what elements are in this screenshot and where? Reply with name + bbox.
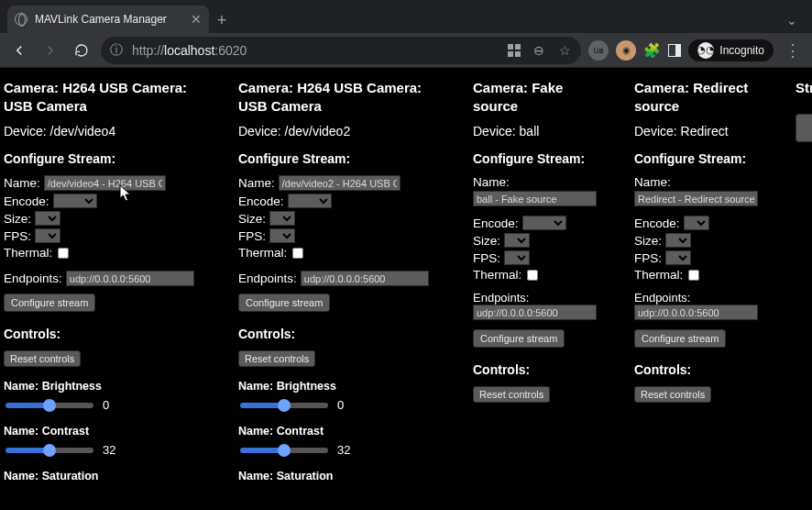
- thermal-checkbox[interactable]: [527, 270, 538, 281]
- stream-name-input[interactable]: [44, 175, 166, 191]
- side-panel-icon[interactable]: [668, 44, 681, 57]
- endpoint-input[interactable]: [473, 305, 597, 320]
- controls-heading: Controls:: [238, 327, 449, 341]
- encode-label: Encode:: [634, 216, 680, 230]
- streams-panel: Streams WebRTC website: [796, 79, 812, 510]
- camera-device: Device: Redirect: [634, 124, 772, 139]
- extensions-icon[interactable]: 🧩: [643, 42, 661, 59]
- size-label: Size:: [473, 234, 500, 248]
- control-contrast-label: Name: Contrast: [238, 425, 449, 438]
- encode-select[interactable]: [288, 194, 332, 208]
- reset-controls-button[interactable]: Reset controls: [4, 350, 81, 367]
- configure-stream-button[interactable]: Configure stream: [4, 294, 95, 312]
- incognito-icon: ◔◔: [697, 42, 714, 59]
- camera-device: Device: /dev/video4: [4, 124, 214, 139]
- webrtc-website-button[interactable]: WebRTC website: [796, 114, 812, 142]
- close-tab-icon[interactable]: ✕: [191, 12, 202, 27]
- contrast-value: 32: [337, 443, 350, 457]
- streams-title: Streams: [796, 79, 812, 97]
- fps-label: FPS:: [634, 251, 662, 265]
- incognito-badge: ◔◔ Incognito: [688, 39, 774, 61]
- contrast-slider[interactable]: [240, 448, 328, 453]
- back-button[interactable]: [7, 39, 31, 62]
- name-label: Name:: [238, 176, 275, 190]
- reload-button[interactable]: [70, 39, 93, 62]
- camera-title: Camera: Redirect source: [634, 79, 772, 115]
- encode-label: Encode:: [4, 194, 49, 208]
- name-label: Name:: [634, 175, 671, 189]
- size-label: Size:: [238, 212, 266, 226]
- thermal-checkbox[interactable]: [292, 248, 303, 259]
- configure-stream-heading: Configure Stream:: [238, 151, 449, 166]
- fps-select[interactable]: [35, 228, 60, 243]
- brightness-slider[interactable]: [240, 403, 328, 408]
- camera-panel-1: Camera: H264 USB Camera: USB Camera Devi…: [238, 79, 449, 510]
- size-select[interactable]: [35, 211, 60, 226]
- forward-button[interactable]: [38, 39, 62, 62]
- fps-label: FPS:: [473, 251, 500, 265]
- fps-label: FPS:: [4, 229, 31, 243]
- configure-stream-button[interactable]: Configure stream: [634, 329, 726, 348]
- thermal-label: Thermal:: [473, 268, 521, 282]
- encode-label: Encode:: [473, 216, 519, 230]
- brightness-value: 0: [103, 398, 109, 412]
- control-saturation-label: Name: Saturation: [4, 470, 214, 482]
- info-icon[interactable]: ⓘ: [110, 42, 123, 59]
- menu-icon[interactable]: ⋮: [781, 40, 805, 61]
- thermal-label: Thermal:: [4, 246, 52, 260]
- reset-controls-button[interactable]: Reset controls: [473, 386, 550, 403]
- stream-name-input[interactable]: [279, 175, 401, 191]
- fps-select[interactable]: [665, 250, 691, 265]
- camera-device: Device: /dev/video2: [238, 124, 449, 139]
- endpoints-label: Endpoints:: [238, 272, 297, 285]
- brightness-slider[interactable]: [5, 403, 93, 408]
- reset-controls-button[interactable]: Reset controls: [238, 350, 315, 367]
- url-text: http://localhost:6020: [132, 43, 247, 58]
- endpoint-input[interactable]: [301, 271, 429, 286]
- size-label: Size:: [634, 234, 662, 248]
- camera-title: Camera: H264 USB Camera: USB Camera: [238, 79, 449, 115]
- fps-select[interactable]: [269, 228, 295, 243]
- browser-tab[interactable]: MAVLink Camera Manager ✕: [7, 6, 209, 33]
- size-select[interactable]: [504, 233, 530, 248]
- thermal-label: Thermal:: [238, 246, 287, 260]
- star-icon[interactable]: ☆: [557, 43, 572, 58]
- camera-panel-3: Camera: Redirect source Device: Redirect…: [634, 79, 772, 510]
- configure-stream-button[interactable]: Configure stream: [238, 294, 330, 312]
- browser-toolbar: ⓘ http://localhost:6020 ⊖ ☆ uʙ ◉ 🧩 ◔◔ In…: [0, 33, 812, 68]
- camera-title: Camera: Fake source: [473, 79, 610, 115]
- name-label: Name:: [473, 175, 510, 189]
- endpoint-input[interactable]: [66, 271, 194, 286]
- name-label: Name:: [4, 176, 40, 190]
- control-saturation-label: Name: Saturation: [238, 470, 449, 482]
- configure-stream-heading: Configure Stream:: [4, 151, 214, 166]
- reset-controls-button[interactable]: Reset controls: [634, 386, 711, 403]
- controls-heading: Controls:: [634, 362, 772, 377]
- zoom-icon[interactable]: ⊖: [532, 43, 546, 58]
- thermal-checkbox[interactable]: [688, 270, 699, 281]
- fps-select[interactable]: [504, 250, 530, 265]
- camera-title: Camera: H264 USB Camera: USB Camera: [4, 79, 214, 115]
- chevron-down-icon[interactable]: ⌄: [781, 7, 803, 33]
- contrast-slider[interactable]: [5, 448, 93, 453]
- address-bar[interactable]: ⓘ http://localhost:6020 ⊖ ☆: [101, 37, 581, 64]
- thermal-checkbox[interactable]: [58, 248, 69, 259]
- configure-stream-button[interactable]: Configure stream: [473, 329, 565, 348]
- controls-heading: Controls:: [4, 327, 214, 341]
- stream-name-input[interactable]: [634, 191, 758, 206]
- endpoints-label: Endpoints:: [473, 291, 610, 305]
- new-tab-button[interactable]: +: [209, 7, 235, 33]
- extension-monkey-icon[interactable]: ◉: [616, 40, 636, 61]
- encode-select[interactable]: [684, 216, 709, 230]
- encode-select[interactable]: [522, 216, 566, 230]
- size-select[interactable]: [665, 233, 691, 248]
- encode-label: Encode:: [238, 194, 284, 208]
- endpoint-input[interactable]: [634, 305, 758, 320]
- extension-ublock-icon[interactable]: uʙ: [588, 40, 609, 61]
- encode-select[interactable]: [53, 194, 97, 208]
- control-brightness-label: Name: Brightness: [4, 380, 214, 393]
- configure-stream-heading: Configure Stream:: [473, 151, 610, 166]
- qr-icon[interactable]: [508, 44, 521, 57]
- stream-name-input[interactable]: [473, 191, 597, 206]
- size-select[interactable]: [269, 211, 295, 226]
